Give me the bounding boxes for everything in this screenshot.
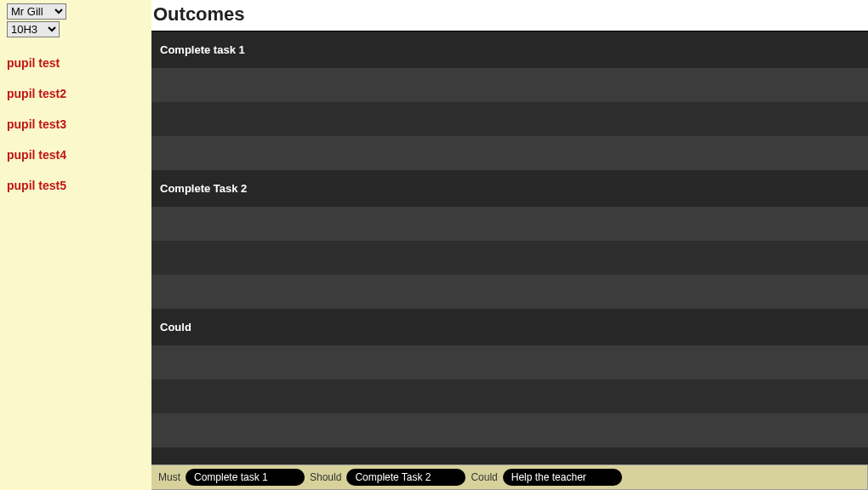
outcome-entry-bar: Must Should Could xyxy=(151,464,868,490)
table-row xyxy=(151,102,868,136)
pupil-link[interactable]: pupil test5 xyxy=(7,179,145,192)
could-label: Could xyxy=(471,471,497,483)
sidebar: Mr Gill 10H3 pupil test pupil test2 pupi… xyxy=(0,0,151,490)
table-row xyxy=(151,413,868,447)
outcomes-panel: Complete task 1 Complete Task 2 Could xyxy=(151,31,868,464)
table-row xyxy=(151,275,868,309)
class-select[interactable]: 10H3 xyxy=(7,21,60,37)
must-input[interactable] xyxy=(186,469,305,486)
pupil-list: pupil test pupil test2 pupil test3 pupil… xyxy=(7,56,145,192)
outcome-could-title: Could xyxy=(151,309,868,345)
table-row xyxy=(151,136,868,170)
should-label: Should xyxy=(310,471,341,483)
outcome-should-title: Complete Task 2 xyxy=(151,170,868,207)
table-row xyxy=(151,345,868,379)
main-content: Outcomes Complete task 1 Complete Task 2… xyxy=(151,0,868,490)
should-input[interactable] xyxy=(346,469,465,486)
table-row xyxy=(151,241,868,275)
outcome-must-title: Complete task 1 xyxy=(151,31,868,68)
must-label: Must xyxy=(158,471,180,483)
pupil-link[interactable]: pupil test2 xyxy=(7,87,145,100)
pupil-link[interactable]: pupil test3 xyxy=(7,117,145,131)
page-title: Outcomes xyxy=(151,3,868,26)
table-row xyxy=(151,68,868,102)
could-input[interactable] xyxy=(503,469,622,486)
pupil-link[interactable]: pupil test xyxy=(7,56,145,70)
table-row xyxy=(151,207,868,241)
teacher-select[interactable]: Mr Gill xyxy=(7,3,66,20)
pupil-link[interactable]: pupil test4 xyxy=(7,148,145,162)
table-row xyxy=(151,379,868,413)
